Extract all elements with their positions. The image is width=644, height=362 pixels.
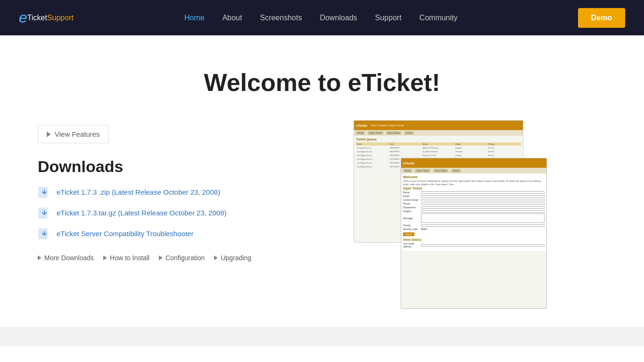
main-content: View Features Downloads eTicket 1.7.3 .z… xyxy=(0,115,644,328)
mini-nav-view-front: View Status xyxy=(433,169,448,173)
configuration-link[interactable]: Configuration xyxy=(165,254,205,262)
mini-form-name: Name: xyxy=(403,191,545,194)
mini-body-front: Welcome If this is your first time conta… xyxy=(401,173,546,251)
view-features-label: View Features xyxy=(55,130,100,138)
mini-input-subject xyxy=(421,210,545,213)
footer xyxy=(0,328,644,346)
mini-ui-front: eTicket Home Open Ticket View Status Adm… xyxy=(401,158,546,308)
download-link-zip[interactable]: eTicket 1.7.3 .zip (Latest Release Octob… xyxy=(57,188,220,196)
upgrading-link[interactable]: Upgrading xyxy=(221,254,251,262)
downloads-section: Downloads eTicket 1.7.3 .zip (Latest Rel… xyxy=(38,157,321,265)
sub-link-more-downloads[interactable]: More Downloads xyxy=(38,254,94,262)
mini-label-phone: Phone: xyxy=(403,202,420,205)
mini-th-priority: Priority xyxy=(488,143,520,145)
tri-icon-configuration xyxy=(159,255,163,260)
nav-item-screenshots[interactable]: Screenshots xyxy=(253,14,308,22)
logo-support: Support xyxy=(47,14,74,22)
mini-form-security: Security code: 86931 xyxy=(403,228,545,230)
sub-link-upgrading[interactable]: Upgrading xyxy=(214,254,251,262)
mini-form-phone: Phone: xyxy=(403,202,545,205)
nav-link-downloads[interactable]: Downloads xyxy=(313,10,363,25)
mini-logo-front: eTicket xyxy=(403,162,414,165)
how-to-install-link[interactable]: How to Install xyxy=(110,254,149,262)
mini-form-message: Message: xyxy=(403,214,545,223)
download-icon-targz xyxy=(38,206,51,219)
mini-input-department xyxy=(421,206,545,209)
nav-link-support[interactable]: Support xyxy=(369,10,408,25)
nav-link-community[interactable]: Community xyxy=(413,10,464,25)
mini-input-confirm-email xyxy=(421,199,545,201)
mini-form-department: Department: xyxy=(403,206,545,209)
downloads-heading: Downloads xyxy=(38,157,321,176)
navbar: eTicketSupport Home About Screenshots Do… xyxy=(0,0,644,35)
mini-label-message: Message: xyxy=(403,217,420,220)
tri-icon-how-to-install xyxy=(103,255,107,260)
mini-nav-home-back: Home xyxy=(356,131,365,135)
sub-link-configuration[interactable]: Configuration xyxy=(159,254,205,262)
mini-input-email xyxy=(421,195,545,197)
nav-item-about[interactable]: About xyxy=(216,14,249,22)
demo-button[interactable]: Demo xyxy=(578,8,625,28)
download-item-targz: eTicket 1.7.3.tar.gz (Latest Release Oct… xyxy=(38,206,321,219)
mini-input-name xyxy=(421,191,545,194)
hero-title: Welcome to eTicket! xyxy=(19,68,625,97)
mini-label-department: Department: xyxy=(403,206,420,209)
mini-nav-admin-front: Admin xyxy=(451,169,461,173)
mini-input-phone xyxy=(421,203,545,205)
left-panel: View Features Downloads eTicket 1.7.3 .z… xyxy=(38,125,321,265)
sub-link-how-to-install[interactable]: How to Install xyxy=(103,254,149,262)
download-item-zip: eTicket 1.7.3 .zip (Latest Release Octob… xyxy=(38,185,321,198)
download-link-compat[interactable]: eTicket Server Compatibility Troubleshoo… xyxy=(57,230,193,238)
view-features-link[interactable]: View Features xyxy=(47,130,100,138)
nav-item-home[interactable]: Home xyxy=(178,14,211,22)
mini-welcome-text: If this is your first time contacting us… xyxy=(403,180,545,186)
mini-input-message xyxy=(421,214,545,223)
mini-row-1: user@gmail.com 08/08/2008 Additional Req… xyxy=(356,146,521,150)
triangle-right-icon xyxy=(47,132,51,137)
logo-ticket: Ticket xyxy=(27,14,47,22)
mini-th-date: Date xyxy=(390,143,422,145)
screenshot-wrap: eTicket Ticket Customer Support Center H… xyxy=(339,120,606,299)
more-downloads-link[interactable]: More Downloads xyxy=(44,254,94,262)
mini-header-front: eTicket xyxy=(401,158,546,168)
right-panel: eTicket Ticket Customer Support Center H… xyxy=(339,120,606,299)
mini-label-email: Email: xyxy=(403,195,420,197)
nav-link-home[interactable]: Home xyxy=(178,10,211,25)
logo: eTicketSupport xyxy=(19,9,74,26)
nav-link-screenshots[interactable]: Screenshots xyxy=(253,10,308,25)
mini-open-ticket-title: Open Ticket xyxy=(403,187,545,190)
mini-form-subject: Subject: xyxy=(403,210,545,213)
mini-label-priority: Priority: xyxy=(403,224,420,227)
mini-th-query: Query xyxy=(422,143,454,145)
nav-item-community[interactable]: Community xyxy=(413,14,464,22)
mini-queue-title: Ticket Queue xyxy=(356,138,521,141)
mini-nav-home-front: Home xyxy=(403,169,412,173)
hero-section: Welcome to eTicket! xyxy=(0,35,644,115)
tri-icon-more-downloads xyxy=(38,255,41,260)
mini-label-confirm-email: Confirm Email: xyxy=(403,198,420,201)
view-features-wrap[interactable]: View Features xyxy=(38,125,109,143)
screenshot-front: eTicket Home Open Ticket View Status Adm… xyxy=(401,158,547,309)
nav-item-support[interactable]: Support xyxy=(369,14,408,22)
mini-label-view-email: Your email address: xyxy=(403,242,420,248)
mini-row-3: user3@gmail.com 08/03/2008 Request for I… xyxy=(356,154,521,157)
download-item-compat: eTicket Server Compatibility Troubleshoo… xyxy=(38,227,321,240)
logo-e: e xyxy=(19,9,27,26)
download-link-targz[interactable]: eTicket 1.7.3.tar.gz (Latest Release Oct… xyxy=(57,209,226,217)
mini-th-email: Email xyxy=(357,143,389,145)
mini-input-view-email xyxy=(421,244,545,247)
mini-label-subject: Subject: xyxy=(403,210,420,213)
mini-input-priority xyxy=(421,224,545,227)
nav-item-downloads[interactable]: Downloads xyxy=(313,14,363,22)
nav-links: Home About Screenshots Downloads Support… xyxy=(178,14,464,22)
download-icon-compat xyxy=(38,227,51,240)
mini-row-2: user2@gmail.com 08/06/2008 Google Feedba… xyxy=(356,150,521,154)
mini-nav-open-back: Open Ticket xyxy=(368,131,383,135)
mini-nav-open-front: Open Ticket xyxy=(415,169,430,173)
mini-header-title-back: Ticket Customer Support Center xyxy=(371,124,405,127)
mini-view-status-title: View Status xyxy=(403,238,545,241)
mini-form-priority: Priority: xyxy=(403,224,545,227)
mini-submit-btn: Submit xyxy=(403,232,414,236)
mini-nav-view-back: View Status xyxy=(386,131,401,135)
nav-link-about[interactable]: About xyxy=(216,10,249,25)
